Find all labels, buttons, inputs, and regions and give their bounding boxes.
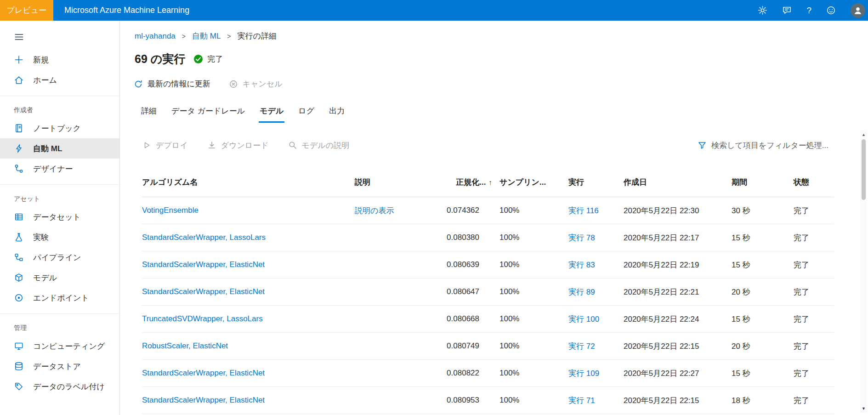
sidebar-item-notebooks[interactable]: ノートブック	[0, 118, 119, 138]
column-label: サンプリン...	[499, 178, 546, 187]
breadcrumb-item[interactable]: ml-yahanda	[135, 32, 176, 41]
smiley-icon[interactable]	[826, 6, 836, 15]
cell-metric: 0.080668	[436, 306, 496, 333]
sidebar-item-experiments[interactable]: 実験	[0, 227, 119, 247]
algorithm-link[interactable]: TruncatedSVDWrapper, LassoLars	[142, 314, 263, 323]
algorithm-link[interactable]: StandardScalerWrapper, ElasticNet	[142, 396, 265, 404]
cell-duration: 15 秒	[728, 360, 790, 387]
sidebar-divider	[0, 184, 119, 185]
sidebar-item-label: デザイナー	[33, 164, 73, 174]
help-icon[interactable]: ?	[806, 6, 811, 16]
tab-data-guardrails[interactable]: データ ガードレール	[164, 101, 252, 123]
sidebar-item-home[interactable]: ホーム	[0, 70, 119, 90]
sidebar-item-pipelines[interactable]: パイプライン	[0, 247, 119, 267]
sidebar-item-data-labeling[interactable]: データのラベル付け	[0, 376, 119, 397]
run-link[interactable]: 実行 71	[568, 396, 595, 405]
download-label: ダウンロード	[221, 140, 269, 151]
algorithm-link[interactable]: StandardScalerWrapper, ElasticNet	[142, 369, 265, 377]
table-row: TruncatedSVDWrapper, LassoLars0.08066810…	[142, 306, 834, 333]
cell-metric: 0.080749	[436, 333, 496, 360]
cell-algorithm: TruncatedSVDWrapper, LassoLars	[142, 306, 351, 333]
column-label: 実行	[568, 178, 584, 187]
deploy-button[interactable]: デプロイ	[142, 140, 188, 151]
labeling-icon	[14, 381, 24, 392]
user-avatar[interactable]	[851, 3, 865, 18]
run-link[interactable]: 実行 89	[568, 288, 595, 296]
run-title-row: 69 の実行 完了	[120, 51, 868, 67]
sidebar-item-new[interactable]: 新規	[0, 50, 119, 70]
sidebar-item-endpoints[interactable]: エンドポイント	[0, 288, 119, 308]
status-value: 完了	[794, 288, 809, 296]
run-link[interactable]: 実行 109	[568, 369, 599, 378]
run-link[interactable]: 実行 78	[568, 233, 595, 242]
magnifier-icon	[288, 141, 297, 150]
status-value: 完了	[794, 396, 809, 405]
algorithm-link[interactable]: StandardScalerWrapper, LassoLars	[142, 233, 266, 242]
status-value: 完了	[794, 342, 809, 351]
tab-output[interactable]: 出力	[322, 101, 352, 123]
cell-sampling: 100%	[496, 333, 565, 360]
column-header-status[interactable]: 状態	[790, 168, 834, 197]
column-header-metric[interactable]: 正規化...↑	[436, 168, 496, 197]
breadcrumb-item[interactable]: 自動 ML	[192, 31, 221, 41]
settings-gear-icon[interactable]	[758, 6, 767, 15]
run-link[interactable]: 実行 116	[568, 206, 599, 215]
sidebar-divider	[0, 313, 119, 314]
explain-model-button[interactable]: モデルの説明	[288, 140, 350, 151]
cell-status: 完了	[790, 279, 834, 306]
column-header-sampling[interactable]: サンプリン...	[496, 168, 565, 197]
table-row: RobustScaler, ElasticNet0.080749100%実行 7…	[142, 333, 834, 360]
sidebar-item-datastores[interactable]: データストア	[0, 356, 119, 376]
tab-models[interactable]: モデル	[252, 101, 291, 123]
sidebar-item-compute[interactable]: コンピューティング	[0, 336, 119, 356]
azure-ml-studio: { "colors": { "brand_blue": "#0078d4", "…	[0, 0, 868, 415]
run-link[interactable]: 実行 100	[568, 315, 599, 324]
explanation-link[interactable]: 説明の表示	[355, 206, 394, 215]
cell-explanation	[351, 333, 436, 360]
filter-search[interactable]: 検索して項目をフィルター処理...	[698, 140, 828, 151]
cell-algorithm: StandardScalerWrapper, ElasticNet	[142, 360, 351, 387]
run-link[interactable]: 実行 72	[568, 342, 595, 351]
scrollbar-thumb[interactable]	[862, 139, 866, 200]
algorithm-link[interactable]: StandardScalerWrapper, ElasticNet	[142, 260, 265, 269]
column-header-created[interactable]: 作成日	[620, 168, 728, 197]
run-status-label: 完了	[207, 54, 223, 64]
filter-placeholder: 検索して項目をフィルター処理...	[711, 140, 828, 151]
column-header-explanation[interactable]: 説明	[351, 168, 436, 197]
download-button[interactable]: ダウンロード	[207, 140, 269, 151]
created-value: 2020年5月22日 22:15	[624, 396, 699, 405]
cell-created: 2020年5月22日 22:27	[620, 360, 728, 387]
cell-algorithm: StandardScalerWrapper, LassoLars	[142, 224, 351, 251]
sidebar-item-datasets[interactable]: データセット	[0, 207, 119, 227]
scroll-down-icon[interactable]: ▼	[862, 405, 866, 413]
sidebar-item-automl[interactable]: 自動 ML	[0, 138, 119, 159]
column-header-algorithm[interactable]: アルゴリズム名	[142, 168, 351, 197]
menu-icon[interactable]	[0, 25, 119, 50]
column-header-run[interactable]: 実行	[565, 168, 620, 197]
algorithm-link[interactable]: StandardScalerWrapper, ElasticNet	[142, 287, 265, 296]
sampling-value: 100%	[499, 233, 519, 242]
status-value: 完了	[794, 233, 809, 242]
run-link[interactable]: 実行 83	[568, 261, 595, 269]
column-label: 作成日	[624, 178, 647, 187]
refresh-button[interactable]: 最新の情報に更新	[134, 79, 210, 89]
cancel-button[interactable]: キャンセル	[229, 79, 283, 89]
column-header-duration[interactable]: 期間	[728, 168, 790, 197]
cell-run: 実行 89	[565, 279, 620, 306]
vertical-scrollbar[interactable]: ▲ ▼	[860, 130, 867, 413]
cell-status: 完了	[790, 251, 834, 279]
feedback-icon[interactable]	[782, 6, 792, 15]
tab-logs[interactable]: ログ	[291, 101, 322, 123]
cell-sampling: 100%	[496, 224, 565, 251]
cell-duration: 20 秒	[728, 279, 790, 306]
column-label: アルゴリズム名	[142, 178, 198, 187]
tab-details[interactable]: 詳細	[134, 101, 164, 123]
cell-duration: 20 秒	[728, 333, 790, 360]
algorithm-link[interactable]: RobustScaler, ElasticNet	[142, 341, 228, 350]
scroll-up-icon[interactable]: ▲	[862, 130, 866, 138]
top-bar: プレビュー Microsoft Azure Machine Learning ?	[0, 0, 868, 21]
sidebar-item-designer[interactable]: デザイナー	[0, 159, 119, 179]
sidebar-item-models[interactable]: モデル	[0, 267, 119, 288]
cell-duration: 15 秒	[728, 306, 790, 333]
algorithm-link[interactable]: VotingEnsemble	[142, 206, 199, 215]
